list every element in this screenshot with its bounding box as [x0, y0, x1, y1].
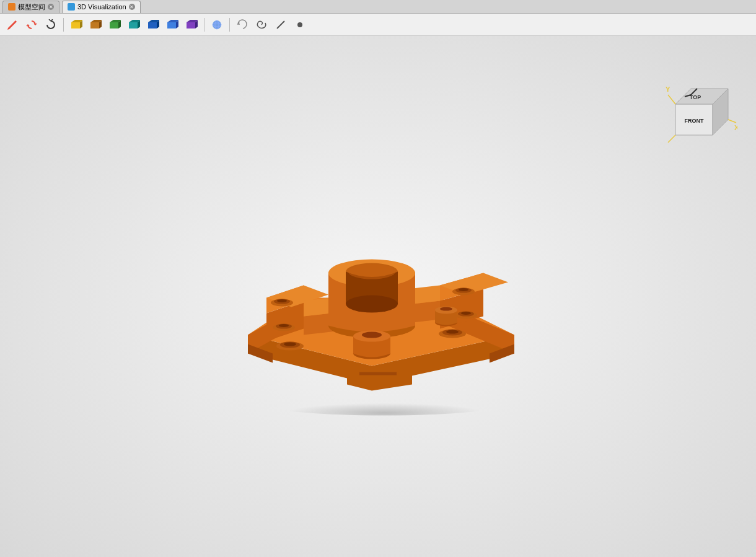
- undo-icon: [237, 19, 248, 30]
- box-teal-button[interactable]: [125, 16, 143, 33]
- sphere-icon: [211, 19, 223, 31]
- box-purple-icon: [185, 19, 198, 31]
- svg-line-67: [668, 135, 675, 143]
- svg-point-7: [213, 20, 221, 29]
- sep2: [204, 18, 204, 32]
- box-blue-icon: [147, 19, 159, 31]
- tab-icon-3d: [68, 3, 75, 11]
- svg-rect-4: [148, 22, 157, 29]
- viewport[interactable]: TOP FRONT Y X: [0, 36, 756, 557]
- tab-label-model: 模型空间: [18, 2, 45, 12]
- rotate-icon: [26, 19, 37, 30]
- svg-point-39: [440, 307, 452, 310]
- svg-point-12: [260, 390, 508, 415]
- pencil-button[interactable]: [4, 16, 21, 33]
- svg-rect-3: [129, 22, 138, 29]
- tab-close-3d[interactable]: ✕: [129, 4, 135, 10]
- box-green-icon: [108, 19, 121, 31]
- svg-point-45: [279, 324, 289, 327]
- box-purple-button[interactable]: [183, 16, 200, 33]
- line-button[interactable]: [272, 16, 289, 33]
- point-icon: [294, 19, 305, 30]
- svg-point-57: [446, 330, 459, 333]
- svg-line-63: [668, 95, 675, 104]
- svg-point-36: [362, 331, 382, 338]
- svg-point-33: [348, 264, 395, 279]
- spiral-icon: [256, 19, 267, 30]
- svg-rect-5: [167, 22, 176, 29]
- box-blue-button[interactable]: [144, 16, 162, 33]
- line-icon: [275, 19, 286, 30]
- svg-point-11: [297, 22, 302, 27]
- rotate-button[interactable]: [23, 16, 40, 33]
- point-button[interactable]: [291, 16, 309, 33]
- tab-label-3d: 3D Visualization: [77, 3, 126, 11]
- tab-close-model[interactable]: ✕: [48, 4, 54, 10]
- sync-button[interactable]: [42, 16, 59, 33]
- svg-point-32: [346, 295, 398, 312]
- svg-line-10: [277, 21, 284, 29]
- svg-text:X: X: [734, 124, 737, 131]
- box-green-button[interactable]: [106, 16, 123, 33]
- spiral-button[interactable]: [253, 16, 270, 33]
- box-teal-icon: [128, 19, 140, 31]
- 3d-model: [180, 161, 576, 421]
- svg-text:Y: Y: [666, 86, 670, 93]
- box-brown-icon: [89, 19, 102, 31]
- box-brown-button[interactable]: [87, 16, 104, 33]
- nav-cube-svg: TOP FRONT Y X: [663, 73, 737, 160]
- svg-rect-1: [90, 22, 99, 29]
- undo-button[interactable]: [234, 16, 251, 33]
- sep3: [229, 18, 230, 32]
- title-bar: 模型空间 ✕ 3D Visualization ✕: [0, 0, 756, 14]
- svg-point-54: [284, 342, 296, 346]
- svg-point-51: [461, 312, 471, 315]
- toolbar: [0, 14, 756, 36]
- box-blue2-button[interactable]: [164, 16, 181, 33]
- sphere-button[interactable]: [208, 16, 226, 33]
- model-svg: [180, 161, 576, 421]
- svg-rect-6: [187, 22, 195, 29]
- svg-rect-2: [110, 22, 118, 29]
- svg-rect-0: [71, 22, 80, 29]
- svg-point-42: [277, 299, 287, 302]
- box-yellow-button[interactable]: [68, 16, 85, 33]
- tab-model-space[interactable]: 模型空间 ✕: [2, 1, 59, 13]
- tab-icon-model: [8, 3, 15, 11]
- svg-text:FRONT: FRONT: [685, 118, 704, 124]
- svg-marker-20: [347, 375, 412, 390]
- sep1: [63, 18, 64, 32]
- box-yellow-icon: [70, 19, 82, 31]
- sync-icon: [45, 19, 56, 30]
- box-blue2-icon: [166, 19, 178, 31]
- svg-line-65: [728, 120, 736, 123]
- svg-point-48: [459, 288, 468, 291]
- pencil-icon: [7, 19, 18, 30]
- nav-cube[interactable]: TOP FRONT Y X: [663, 73, 737, 147]
- tab-3d-viz[interactable]: 3D Visualization ✕: [62, 1, 141, 13]
